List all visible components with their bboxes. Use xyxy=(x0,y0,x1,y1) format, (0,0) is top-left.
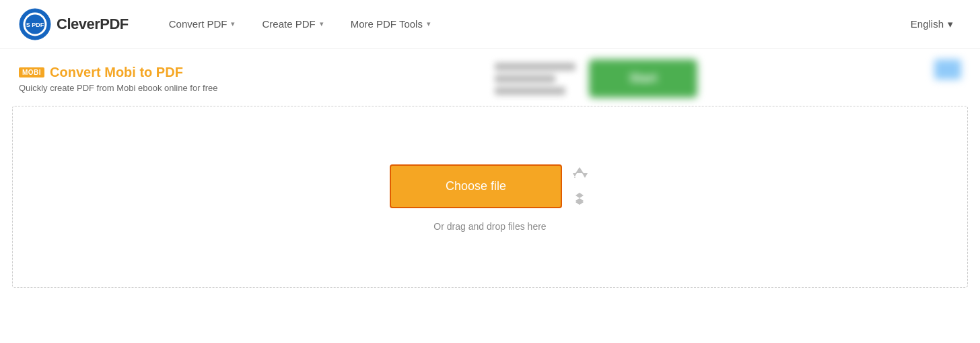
google-drive-icon[interactable] xyxy=(569,162,590,183)
navbar: S PDF CleverPDF Convert PDF ▾ Create PDF… xyxy=(0,0,980,49)
page-subtitle: Quickly create PDF from Mobi ebook onlin… xyxy=(19,83,218,93)
sub-header: MOBI Convert Mobi to PDF Quickly create … xyxy=(0,49,980,106)
start-button-blurred[interactable]: Start xyxy=(589,59,697,98)
dropbox-icon[interactable] xyxy=(569,189,590,210)
nav-create-pdf-chevron: ▾ xyxy=(320,20,324,28)
nav-right: English ▾ xyxy=(903,14,961,34)
svg-text:S PDF: S PDF xyxy=(26,22,44,28)
dropzone: Choose file Or drag and drop files here xyxy=(12,106,968,288)
drag-drop-text: Or drag and drop files here xyxy=(433,221,546,232)
logo-icon: S PDF xyxy=(19,8,51,40)
language-chevron: ▾ xyxy=(948,18,953,30)
language-selector[interactable]: English ▾ xyxy=(903,14,961,34)
nav-more-tools-chevron: ▾ xyxy=(427,20,431,28)
nav-more-tools-label: More PDF Tools xyxy=(351,18,423,30)
blurred-content xyxy=(495,63,575,95)
nav-links: Convert PDF ▾ Create PDF ▾ More PDF Tool… xyxy=(155,13,903,35)
blurred-icon-area xyxy=(934,59,961,80)
page-title-area: MOBI Convert Mobi to PDF xyxy=(19,65,218,80)
mobi-badge: MOBI xyxy=(19,67,44,77)
cloud-icons xyxy=(569,162,590,210)
page-info: MOBI Convert Mobi to PDF Quickly create … xyxy=(19,65,218,93)
nav-convert-pdf-label: Convert PDF xyxy=(169,18,228,30)
choose-file-row: Choose file xyxy=(390,162,590,210)
nav-convert-pdf[interactable]: Convert PDF ▾ xyxy=(155,13,249,35)
choose-file-button[interactable]: Choose file xyxy=(390,164,562,208)
nav-more-tools[interactable]: More PDF Tools ▾ xyxy=(337,13,444,35)
page-title: Convert Mobi to PDF xyxy=(50,65,183,80)
nav-convert-pdf-chevron: ▾ xyxy=(231,20,235,28)
language-label: English xyxy=(911,18,944,30)
dropzone-content: Choose file Or drag and drop files here xyxy=(390,162,590,232)
nav-create-pdf-label: Create PDF xyxy=(262,18,315,30)
blurred-top-icon xyxy=(934,59,961,80)
logo-text: CleverPDF xyxy=(57,15,129,33)
logo[interactable]: S PDF CleverPDF xyxy=(19,8,129,40)
blurred-area: Start xyxy=(232,59,961,98)
nav-create-pdf[interactable]: Create PDF ▾ xyxy=(248,13,337,35)
